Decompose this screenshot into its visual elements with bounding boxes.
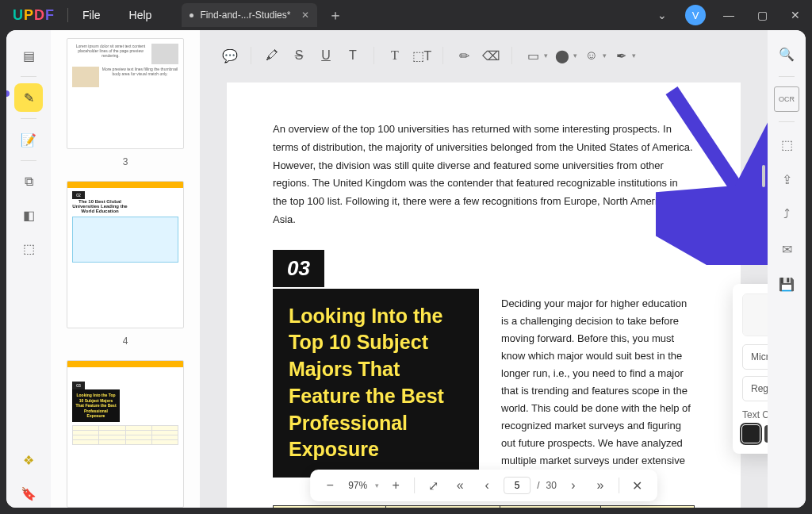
tab-style[interactable]: ▭Style — [743, 294, 768, 336]
thumb-4-badge: 02 — [72, 191, 85, 199]
window-maximize-button[interactable]: ▢ — [745, 0, 779, 30]
section-heading: Looking Into the Top 10 Subject Majors T… — [273, 289, 479, 478]
thumb-5-title: Looking Into the Top 10 Subject Majors T… — [72, 389, 120, 422]
squiggly-icon[interactable]: T — [340, 43, 366, 68]
organize-pages-icon[interactable]: ⧉ — [14, 167, 43, 196]
share-icon[interactable]: ⤴ — [774, 201, 799, 227]
style-icon: ▭ — [743, 302, 768, 320]
menu-file[interactable]: File — [68, 9, 115, 21]
save-icon[interactable]: 💾 — [774, 271, 799, 297]
underline-icon[interactable]: U — [313, 43, 339, 68]
document-page: An overview of the top 100 universities … — [227, 82, 741, 508]
page-area: 💬 🖍 S U T T ⬚T ✏ ⌫ ▭▾ ⬤▾ ☺▾ ✒▾ An overvi… — [200, 30, 768, 508]
redact-icon[interactable]: ⬚ — [14, 234, 43, 263]
thumb-4-title: The 10 Best Global Universities Leading … — [72, 199, 128, 213]
page-total: 30 — [546, 480, 557, 491]
next-page-button[interactable]: › — [563, 475, 584, 496]
col-major: Major — [274, 505, 386, 508]
swatch-darkgray[interactable] — [764, 425, 768, 443]
new-tab-button[interactable]: ＋ — [317, 6, 354, 25]
intro-paragraph: An overview of the top 100 universities … — [273, 121, 695, 229]
titlebar: UPDF File Help Find-and-...r-Studies* ✕ … — [0, 0, 812, 30]
signature-icon[interactable]: ✒ — [608, 43, 634, 68]
thumbnail-3-number: 3 — [123, 156, 128, 167]
workarea: ▤ ✎ 📝 ⧉ ◧ ⬚ ❖ 🔖 Lorem ipsum dolor sit am… — [6, 30, 806, 508]
sticker-icon[interactable]: ☺ — [579, 43, 604, 68]
side-paragraph: Deciding your major for higher education… — [501, 287, 695, 488]
edit-tool-icon[interactable]: 📝 — [14, 125, 43, 154]
zoom-in-button[interactable]: + — [385, 475, 406, 496]
zoom-out-button[interactable]: − — [320, 475, 340, 496]
thumbnail-4[interactable]: 02 The 10 Best Global Universities Leadi… — [65, 181, 186, 347]
font-family-select[interactable]: Microsoft YaHei▾ — [742, 344, 768, 370]
document-tab[interactable]: Find-and-...r-Studies* ✕ — [182, 3, 317, 27]
ocr-icon[interactable]: OCR — [774, 86, 799, 112]
col-salary: Mid-Career Salary (Yearly) — [386, 505, 500, 508]
tab-label: Find-and-...r-Studies* — [200, 10, 290, 21]
comment-icon[interactable]: 💬 — [217, 43, 243, 68]
swatch-black[interactable] — [742, 425, 760, 443]
thumbnail-panel: Lorem ipsum dolor sit amet text content … — [51, 30, 200, 508]
text-tool-icon[interactable]: T — [382, 43, 408, 68]
pencil-icon[interactable]: ✏ — [451, 43, 477, 68]
prev-page-button[interactable]: ‹ — [477, 475, 497, 496]
textbox-tool-icon[interactable]: ⬚T — [409, 43, 435, 68]
compare-pages-icon[interactable]: ◧ — [14, 201, 43, 229]
eraser-icon[interactable]: ⌫ — [478, 43, 504, 68]
right-toolbar: 🔍 OCR ⬚ ⇪ ⤴ ✉ 💾 — [768, 30, 806, 508]
text-color-label: Text Color — [742, 409, 768, 420]
annotation-toolbar: 💬 🖍 S U T T ⬚T ✏ ⌫ ▭▾ ⬤▾ ☺▾ ✒▾ — [211, 38, 756, 73]
window-minimize-button[interactable]: — — [712, 0, 745, 30]
majors-table: Major Mid-Career Salary (Yearly) Median … — [273, 505, 695, 508]
scrollbar-thumb[interactable] — [762, 165, 765, 187]
reader-mode-icon[interactable]: ▤ — [14, 41, 43, 70]
section-badge: 03 — [273, 250, 324, 287]
bookmark-icon[interactable]: 🔖 — [14, 479, 43, 508]
window-close-button[interactable]: ✕ — [779, 0, 812, 30]
first-page-button[interactable]: « — [450, 475, 470, 496]
left-toolbar: ▤ ✎ 📝 ⧉ ◧ ⬚ ❖ 🔖 — [6, 30, 51, 508]
crop-icon[interactable]: ⬚ — [774, 132, 799, 157]
page-sep: / — [537, 480, 539, 491]
color-swatches — [742, 425, 768, 443]
export-icon[interactable]: ⇪ — [774, 167, 799, 192]
strikethrough-icon[interactable]: S — [286, 43, 312, 68]
search-icon[interactable]: 🔍 — [774, 41, 799, 67]
thumbnail-3[interactable]: Lorem ipsum dolor sit amet text content … — [65, 38, 186, 168]
close-bar-button[interactable]: ✕ — [627, 475, 648, 496]
tab-close-icon[interactable]: ✕ — [301, 10, 309, 21]
layers-icon[interactable]: ❖ — [14, 446, 43, 474]
thumbnail-5[interactable]: 03 Looking Into the Top 10 Subject Major… — [65, 360, 186, 508]
menu-help[interactable]: Help — [115, 9, 167, 21]
col-median: Median Starting Salary — [500, 505, 601, 508]
dropdown-icon[interactable]: ⌄ — [645, 0, 679, 30]
user-avatar[interactable]: V — [685, 5, 706, 25]
thumbnail-4-number: 4 — [123, 336, 128, 347]
highlight-tool-icon[interactable]: ✎ — [14, 83, 43, 112]
text-properties-popover: ▭Style AaFont Microsoft YaHei▾ Regular▾ … — [733, 284, 768, 454]
stamp-icon[interactable]: ⬤ — [550, 43, 575, 68]
page-number-input[interactable] — [504, 477, 530, 494]
page-nav-bar: − 97%▾ + ⤢ « ‹ / 30 › » ✕ — [310, 470, 657, 501]
highlighter-icon[interactable]: 🖍 — [259, 43, 285, 68]
thumb-5-badge: 03 — [72, 382, 85, 389]
last-page-button[interactable]: » — [590, 475, 611, 496]
font-weight-select[interactable]: Regular▾ — [742, 376, 768, 401]
tab-modified-dot — [190, 13, 193, 17]
zoom-value[interactable]: 97% — [347, 480, 369, 491]
app-logo: UPDF — [0, 7, 67, 24]
col-unemp: Unemployment Rate — [601, 505, 695, 508]
email-icon[interactable]: ✉ — [774, 236, 799, 262]
fit-page-button[interactable]: ⤢ — [423, 475, 443, 496]
shape-rect-icon[interactable]: ▭ — [520, 43, 546, 68]
